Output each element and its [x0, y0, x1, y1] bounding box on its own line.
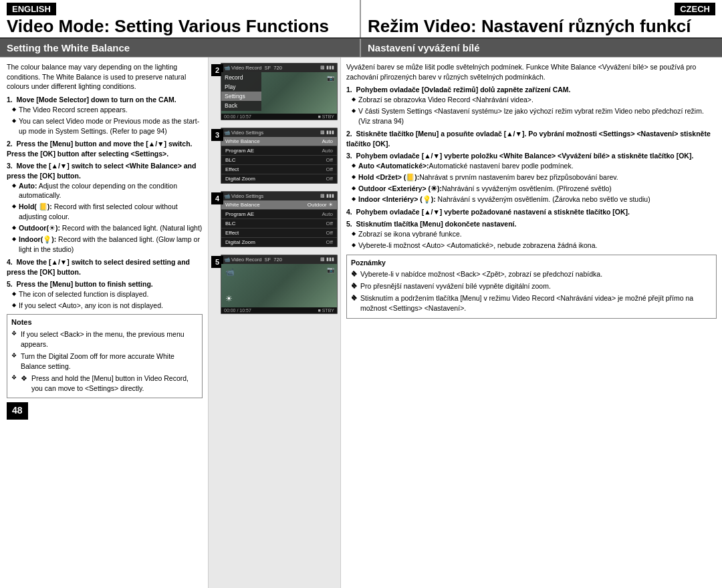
step3-bullet-hold: Hold( 📒): Record with first selected col…	[12, 202, 203, 222]
cz-step3-b1: Auto <Automatické>:Automatické nastavení…	[352, 161, 717, 171]
step3-bullet-outdoor: Outdoor(☀): Record with the balanced lig…	[12, 223, 203, 233]
screenshot-2: 2 📹 Video Record SF 720 ▩ ▮▮▮ Record Pla…	[221, 63, 337, 120]
sc3-row-wb: White BalanceAuto	[221, 137, 337, 146]
step-4-cz: 4. Pohybem ovladače [▲/▼] vyberte požado…	[346, 207, 717, 217]
screenshot-3: 3 📹 Video Settings ▩ ▮▮▮ White BalanceAu…	[221, 128, 337, 184]
cz-step3-b4: Indoor <Interiéry> (💡): Nahrávání s vyvá…	[352, 194, 717, 204]
intro-en: The colour balance may vary depending on…	[7, 62, 203, 92]
sc5-toolbar: 📹 Video Record SF 720	[224, 257, 282, 263]
sc2-toolbar: 📹 Video Record SF 720	[224, 65, 282, 71]
note-3: ❖ Press and hold the [Menu] button in Vi…	[11, 374, 198, 394]
sc3-row-ae: Program AEAuto	[221, 146, 337, 156]
menu-play: Play	[221, 82, 261, 92]
sc2-cam-icon: 📷	[327, 75, 334, 82]
sc3-toolbar: 📹 Video Settings	[224, 130, 263, 136]
step5-bullet2: If you select <Auto>, any icon is not di…	[12, 301, 203, 311]
sc4-row-wb: White BalanceOutdoor ☀	[221, 200, 337, 210]
title-en: Video Mode: Setting Various Functions	[7, 17, 329, 36]
step-3-en: 3. Move the [▲/▼] switch to select <Whit…	[7, 161, 203, 255]
cz-step3-b3: Outdoor <Exteriéry> (☀):Nahrávání s vyvá…	[352, 184, 717, 194]
cz-note-3: ❖ Stisknutím a podržením tlačítka [Menu]…	[351, 293, 712, 313]
sc-num-3: 3	[211, 129, 223, 141]
cz-note-2: ❖ Pro přesnější nastavení vyvážení bílé …	[351, 281, 712, 291]
step3-bullet-auto: Auto: Adjust the colour depending on the…	[12, 181, 203, 201]
step5-bullet1: The icon of selected function is display…	[12, 289, 203, 299]
cz-step1-b1: Zobrazí se obrazovka Video Record <Nahrá…	[352, 95, 717, 105]
cz-step3-b2: Hold <Držet> (📒):Nahrávat s prvním nasta…	[352, 172, 717, 182]
cz-step5-b1: Zobrazí se ikona vybrané funkce.	[352, 229, 717, 239]
section-title-cz: Nastavení vyvážení bílé	[368, 42, 480, 53]
step-2-cz: 2. Stiskněte tlačítko [Menu] a posuňte o…	[346, 129, 717, 149]
screenshot-5: 5 📹 Video Record SF 720 ▩ ▮▮▮ 📹 ☀ 📷 00:0…	[221, 255, 337, 314]
sc4-toolbar: 📹 Video Settings	[224, 193, 263, 199]
title-cz: Režim Video: Nastavení různých funkcí	[368, 17, 715, 36]
cz-step1-b2: V části System Settings <Nastavení systé…	[352, 106, 717, 126]
step3-bullet-indoor: Indoor(💡): Record with the balanced ligh…	[12, 235, 203, 255]
intro-cz: Vyvážení barev se může lišit podle světe…	[346, 62, 717, 82]
sc5-statusbar: 00:00 / 10:57■ STBY	[221, 307, 337, 313]
step-1-cz: 1. Pohybem ovladače [Ovladač režimů] dol…	[346, 85, 717, 126]
sc2-statusbar: 00:00 / 10:57■ STBY	[221, 114, 337, 120]
sc4-row-blc: BLCOff	[221, 219, 337, 229]
lang-badge-cz: CZECH	[675, 3, 715, 15]
cz-notes-label: Poznámky	[351, 258, 712, 268]
step-5-cz: 5. Stisknutím tlačítka [Menu] dokončete …	[346, 219, 717, 251]
cz-step5-b2: Vyberete-li možnost <Auto> <Automatické>…	[352, 241, 717, 251]
step1-bullet2: You can select Video mode or Previous mo…	[12, 116, 203, 136]
sc5-cam-icon: 📹	[225, 268, 235, 277]
step1-bullet1: The Video Record screen appears.	[12, 105, 203, 115]
note-1: If you select <Back> in the menu, the pr…	[11, 329, 198, 349]
menu-back: Back	[221, 101, 261, 110]
sc3-row-blc: BLCOff	[221, 156, 337, 165]
step-2-en: 2. Press the [Menu] button and move the …	[7, 139, 203, 159]
cz-notes-box: Poznámky ❖ Vyberete-li v nabídce možnost…	[346, 255, 717, 319]
page: ENGLISH Video Mode: Setting Various Func…	[0, 0, 722, 588]
sc3-row-effect: EffectOff	[221, 165, 337, 174]
lang-badge-en: ENGLISH	[7, 3, 56, 15]
sc3-row-dz: Digital ZoomOff	[221, 174, 337, 183]
menu-record: Record	[221, 73, 261, 82]
notes-label: Notes	[11, 317, 198, 328]
sc4-row-effect: EffectOff	[221, 229, 337, 238]
step-4-en: 4. Move the [▲/▼] switch to select desir…	[7, 257, 203, 277]
sc4-row-dz: Digital ZoomOff	[221, 238, 337, 247]
step-5-en: 5. Press the [Menu] button to finish set…	[7, 279, 203, 311]
sc-num-4: 4	[211, 192, 223, 204]
note-2: Turn the Digital Zoom off for more accur…	[11, 351, 198, 372]
page-number: 48	[7, 402, 28, 420]
cz-note-1: ❖ Vyberete-li v nabídce možnost <Back> <…	[351, 269, 712, 279]
step-1-en: 1. Move [Mode Selector] down to turn on …	[7, 95, 203, 136]
sc5-sun-icon: ☀	[225, 294, 233, 303]
step-3-cz: 3. Pohybem ovladače [▲/▼] vyberte položk…	[346, 151, 717, 205]
notes-box: Notes If you select <Back> in the menu, …	[7, 314, 203, 398]
sc4-row-ae: Program AEAuto	[221, 210, 337, 219]
section-title-en: Setting the White Balance	[7, 42, 130, 53]
screenshot-4: 4 📹 Video Settings ▩ ▮▮▮ White BalanceOu…	[221, 191, 337, 247]
menu-settings: Settings	[221, 92, 261, 101]
